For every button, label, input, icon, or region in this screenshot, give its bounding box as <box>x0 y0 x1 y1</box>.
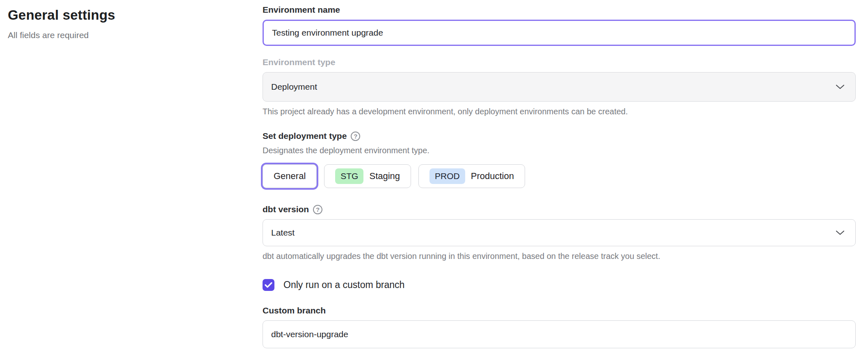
deployment-type-description: Designates the deployment environment ty… <box>263 146 856 155</box>
custom-branch-checkbox[interactable] <box>263 279 274 291</box>
deployment-option-general-label: General <box>274 171 306 182</box>
custom-branch-checkbox-label[interactable]: Only run on a custom branch <box>283 279 404 290</box>
chevron-down-icon <box>836 82 845 92</box>
deployment-option-production[interactable]: PROD Production <box>418 164 525 188</box>
deployment-option-production-label: Production <box>471 171 514 182</box>
page-subtitle: All fields are required <box>8 30 238 40</box>
deployment-option-general[interactable]: General <box>263 164 317 188</box>
chevron-down-icon <box>836 228 845 238</box>
dbt-version-value: Latest <box>271 228 295 238</box>
environment-type-select: Deployment <box>263 72 856 102</box>
production-badge: PROD <box>429 168 465 184</box>
environment-type-helper: This project already has a development e… <box>263 107 856 116</box>
deployment-option-staging[interactable]: STG Staging <box>324 164 411 188</box>
environment-name-label: Environment name <box>263 5 856 15</box>
deployment-type-label: Set deployment type <box>263 131 347 141</box>
environment-name-input[interactable] <box>263 20 856 46</box>
deployment-type-label-row: Set deployment type ? <box>263 131 856 141</box>
custom-branch-label: Custom branch <box>263 306 856 315</box>
environment-settings-page: General settings All fields are required… <box>0 0 868 354</box>
environment-type-label: Environment type <box>263 57 856 67</box>
question-circle-icon[interactable]: ? <box>351 132 360 141</box>
dbt-version-select[interactable]: Latest <box>263 219 856 246</box>
dbt-version-label-row: dbt version ? <box>263 204 856 214</box>
settings-form: Environment name Environment type Deploy… <box>263 5 856 348</box>
deployment-option-staging-label: Staging <box>369 171 400 182</box>
staging-badge: STG <box>335 168 363 184</box>
checkmark-icon <box>265 282 272 288</box>
page-title: General settings <box>8 7 238 23</box>
dbt-version-helper: dbt automatically upgrades the dbt versi… <box>263 252 856 261</box>
custom-branch-toggle-row: Only run on a custom branch <box>263 279 856 291</box>
dbt-version-label: dbt version <box>263 204 309 214</box>
environment-type-value: Deployment <box>271 82 317 92</box>
settings-header: General settings All fields are required <box>8 7 238 40</box>
question-circle-icon[interactable]: ? <box>313 205 322 214</box>
custom-branch-input[interactable] <box>263 320 856 348</box>
deployment-type-options: General STG Staging PROD Production <box>263 164 856 188</box>
